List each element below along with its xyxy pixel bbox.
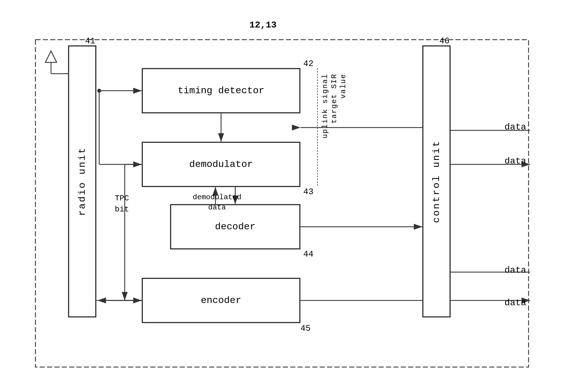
- timing-detector-id: 42: [303, 59, 313, 69]
- data-in-bottom-label: data: [504, 265, 526, 276]
- svg-marker-3: [45, 51, 57, 62]
- radio-unit-id: 41: [85, 36, 95, 46]
- decoder-id: 44: [303, 249, 313, 259]
- data-out-top-label: data: [504, 156, 526, 166]
- uplink-value-label: value: [338, 74, 352, 99]
- control-unit-label: control unit: [422, 45, 451, 317]
- reference-label: 12,13: [249, 20, 277, 30]
- demodulated-data-label: demodulated data: [193, 192, 241, 213]
- data-out-bottom-label: data: [504, 298, 526, 308]
- control-unit-id: 46: [439, 36, 449, 46]
- data-in-top-label: data: [504, 122, 526, 132]
- demodulator-id: 43: [303, 187, 313, 197]
- svg-point-6: [97, 89, 101, 93]
- tpc-bit-label: TPC bit: [115, 193, 129, 215]
- diagram-container: 12,13: [17, 17, 547, 380]
- encoder-block: encoder: [142, 278, 300, 323]
- radio-unit-label: radio unit: [68, 45, 96, 317]
- timing-detector-block: timing detector: [142, 68, 300, 113]
- demodulator-block: demodulator: [142, 142, 300, 187]
- encoder-id: 45: [300, 324, 311, 333]
